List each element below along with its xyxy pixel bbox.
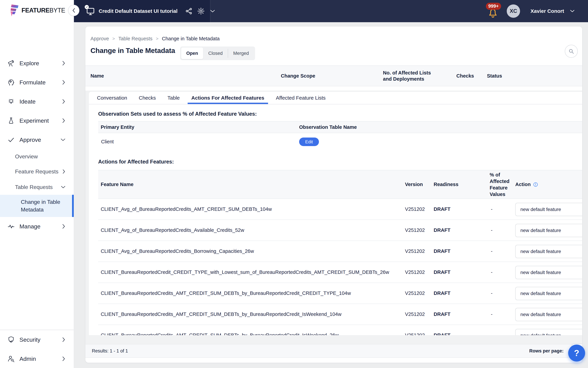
feature-readiness: DRAFT [434,241,450,262]
feature-readiness: DRAFT [434,304,450,325]
results-count: Results: 1 - 1 of 1 [92,344,128,357]
feature-version: V251202 [405,199,425,220]
breadcrumb-approve[interactable]: Approve [90,36,109,42]
action-select[interactable]: new default feature [515,287,582,300]
featurebyte-logo-text: FEATUREBYTE [21,7,65,14]
help-button[interactable]: ? [568,345,585,361]
featurebyte-logo[interactable]: FEATUREBYTE [9,4,65,17]
observation-table-header: Primary Entity Observation Table Name [98,121,582,133]
avatar[interactable]: XC [507,4,520,18]
request-detail-panel: Conversation Checks Table Actions For Af… [89,92,582,335]
sidebar-collapse-button[interactable] [68,5,79,16]
search-button[interactable] [565,45,578,58]
observation-table-row: Client Edit [98,133,582,150]
notification-count-badge: 999+ [486,3,501,10]
column-header-version: Version [405,170,423,199]
feature-name: CLIENT_BureauReportedCredits_AMT_CREDIT_… [101,304,341,325]
chevron-right-icon [62,224,66,229]
column-header-status: Status [487,66,502,86]
catalog-monitor-icon[interactable] [86,6,95,16]
project-header-section: Credit Default Dataset UI tutorial [74,0,210,22]
feature-version: V251202 [405,325,425,335]
sidebar: FEATUREBYTE Explore Formulate [0,0,74,368]
sidebar-item-security[interactable]: Security [0,331,74,348]
column-header-primary-entity: Primary Entity [101,121,134,133]
tab-table[interactable]: Table [166,92,181,104]
sidebar-item-overview[interactable]: Overview [0,150,74,163]
breadcrumb-table-requests[interactable]: Table Requests [118,36,152,42]
column-header-readiness: Readiness [434,170,458,199]
action-select-wrap: new default feature [515,222,582,239]
tab-checks[interactable]: Checks [137,92,158,104]
top-navbar: Credit Default Dataset UI tutorial 999+ [0,0,588,22]
requests-table-header: Name Change Scope No. of Affected Lists … [85,65,582,86]
action-select[interactable]: new default feature [515,266,582,279]
feature-version: V251202 [405,220,425,240]
feature-version: V251202 [405,262,425,283]
sidebar-item-label: Security [19,336,62,343]
edit-button[interactable]: Edit [299,138,319,146]
action-select[interactable]: new default feature [515,308,582,321]
tab-conversation[interactable]: Conversation [95,92,129,104]
feature-readiness: DRAFT [434,283,450,304]
action-select-wrap: new default feature [515,201,582,218]
sidebar-item-table-requests[interactable]: Table Requests [0,180,74,194]
project-title[interactable]: Credit Default Dataset UI tutorial [99,8,178,14]
sub-item-label: Overview [15,153,74,160]
feature-version: V251202 [405,283,425,304]
sidebar-item-change-in-table-metadata[interactable]: Change in Table Metadata [0,195,74,217]
user-name[interactable]: Xavier Conort [530,0,564,22]
sidebar-item-formulate[interactable]: Formulate [0,74,74,91]
settings-gear-icon[interactable] [197,7,205,15]
column-header-observation-table-name: Observation Table Name [299,121,357,133]
action-select[interactable]: new default feature [515,224,582,237]
pct-affected-value: - [491,304,493,325]
sidebar-item-experiment[interactable]: Experiment [0,112,74,129]
breadcrumb-current: Change in Table Metadata [162,36,220,42]
sidebar-item-feature-requests[interactable]: Feature Requests [0,165,74,178]
action-select-wrap: new default feature [515,306,582,322]
actions-table-header: Feature Name Version Readiness % of Affe… [98,170,582,199]
share-icon[interactable] [185,7,193,15]
tab-affected-feature-lists[interactable]: Affected Feature Lists [274,92,327,104]
feature-name: CLIENT_Avg_of_BureauReportedCredits_Avai… [101,220,244,240]
action-select[interactable]: new default feature [515,245,582,258]
project-chevron-down-icon[interactable] [210,9,215,13]
column-header-action: Action [515,170,538,199]
user-chevron-down-icon[interactable] [570,9,575,12]
sidebar-item-approve[interactable]: Approve [0,132,74,148]
sidebar-item-label: Explore [19,60,62,67]
breadcrumb-separator: > [112,36,115,41]
feature-name: CLIENT_BureauReportedCredit_CREDIT_TYPE_… [101,262,389,283]
table-row: CLIENT_BureauReportedCredits_AMT_CREDIT_… [98,304,582,325]
sidebar-item-explore[interactable]: Explore [0,55,74,71]
active-indicator-bar [72,195,74,217]
action-select[interactable]: new default feature [515,329,582,335]
notifications-bell[interactable]: 999+ [487,3,503,20]
chevron-right-icon [62,169,66,174]
feature-name: CLIENT_Avg_of_BureauReportedCredits_Borr… [101,241,254,262]
action-select-wrap: new default feature [515,327,582,335]
sidebar-item-ideate[interactable]: Ideate [0,93,74,110]
sidebar-item-manage[interactable]: Manage [0,218,74,235]
chevron-right-icon [62,99,66,104]
sidebar-item-admin[interactable]: Admin [0,350,74,367]
chevron-left-icon [72,8,76,13]
status-tab-merged[interactable]: Merged [228,47,254,59]
action-select[interactable]: new default feature [515,203,582,216]
status-tab-closed[interactable]: Closed [203,47,228,59]
feature-version: V251202 [405,241,425,262]
tab-actions-for-affected-features[interactable]: Actions For Affected Features [190,92,266,104]
actions-for-affected-features-heading: Actions for Affected Features: [98,159,174,165]
pct-affected-value: - [491,199,493,220]
info-icon[interactable] [533,182,538,187]
feature-readiness: DRAFT [434,325,450,335]
action-select-wrap: new default feature [515,285,582,302]
observation-sets-heading: Observation Sets used to assess % of Aff… [98,111,257,117]
column-header-name: Name [90,66,104,86]
check-icon [7,136,15,144]
chevron-right-icon [62,80,66,85]
status-tab-open[interactable]: Open [181,47,203,59]
pct-affected-value: - [491,241,493,262]
sub-item-label: Change in Table Metadata [21,198,63,213]
